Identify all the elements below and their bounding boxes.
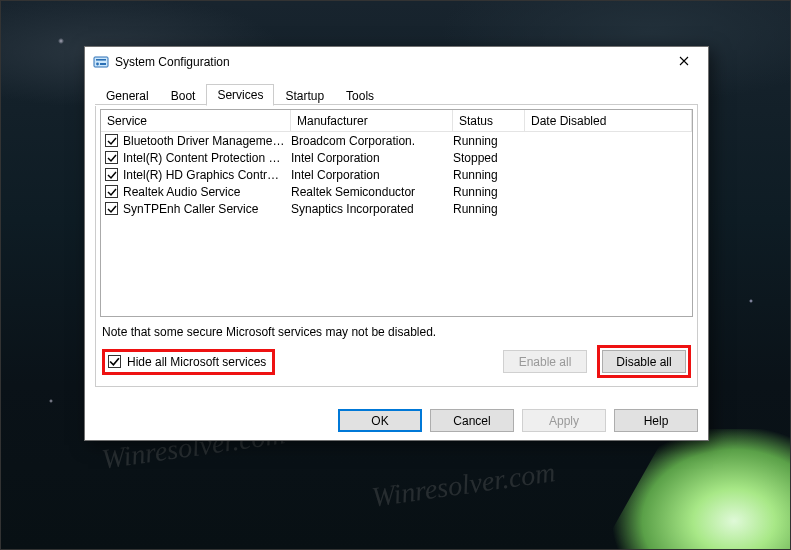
cell-manufacturer: Intel Corporation <box>291 151 453 165</box>
cell-manufacturer: Intel Corporation <box>291 168 453 182</box>
cell-service: SynTPEnh Caller Service <box>123 202 291 216</box>
tab-boot[interactable]: Boot <box>160 85 207 106</box>
listview-body: Bluetooth Driver Management S...Broadcom… <box>101 132 692 217</box>
services-panel: Service Manufacturer Status Date Disable… <box>95 104 698 387</box>
check-icon <box>107 136 117 146</box>
apply-button[interactable]: Apply <box>522 409 606 432</box>
listview-header: Service Manufacturer Status Date Disable… <box>101 110 692 132</box>
check-icon <box>109 356 120 367</box>
cell-service: Intel(R) Content Protection HEC... <box>123 151 291 165</box>
hide-microsoft-label: Hide all Microsoft services <box>127 355 266 369</box>
cancel-button[interactable]: Cancel <box>430 409 514 432</box>
cell-status: Running <box>453 185 525 199</box>
check-icon <box>107 170 117 180</box>
check-icon <box>107 153 117 163</box>
tabstrip: General Boot Services Startup Tools <box>95 83 698 105</box>
desktop-background-tent <box>590 429 790 549</box>
cell-service: Bluetooth Driver Management S... <box>123 134 291 148</box>
check-icon <box>107 187 117 197</box>
tab-services[interactable]: Services <box>206 84 274 106</box>
svg-rect-3 <box>100 63 106 65</box>
table-row[interactable]: Intel(R) HD Graphics Control Pa...Intel … <box>101 166 692 183</box>
enable-all-button[interactable]: Enable all <box>503 350 587 373</box>
tab-startup[interactable]: Startup <box>274 85 335 106</box>
row-checkbox[interactable] <box>105 185 118 198</box>
column-manufacturer[interactable]: Manufacturer <box>291 110 453 131</box>
tab-general[interactable]: General <box>95 85 160 106</box>
svg-rect-0 <box>94 57 108 67</box>
close-button[interactable] <box>662 48 706 76</box>
disable-all-button[interactable]: Disable all <box>602 350 686 373</box>
ok-button[interactable]: OK <box>338 409 422 432</box>
msconfig-icon <box>93 54 109 70</box>
cell-manufacturer: Realtek Semiconductor <box>291 185 453 199</box>
system-configuration-dialog: System Configuration General Boot Servic… <box>84 46 709 441</box>
column-service[interactable]: Service <box>101 110 291 131</box>
column-date-disabled[interactable]: Date Disabled <box>525 110 692 131</box>
cell-manufacturer: Synaptics Incorporated <box>291 202 453 216</box>
table-row[interactable]: SynTPEnh Caller ServiceSynaptics Incorpo… <box>101 200 692 217</box>
cell-status: Stopped <box>453 151 525 165</box>
table-row[interactable]: Bluetooth Driver Management S...Broadcom… <box>101 132 692 149</box>
close-icon <box>679 55 689 69</box>
row-checkbox[interactable] <box>105 202 118 215</box>
column-status[interactable]: Status <box>453 110 525 131</box>
dialog-title: System Configuration <box>115 55 662 69</box>
disable-all-highlight: Disable all <box>597 345 691 378</box>
svg-rect-1 <box>96 59 106 61</box>
services-listview[interactable]: Service Manufacturer Status Date Disable… <box>100 109 693 317</box>
check-icon <box>107 204 117 214</box>
cell-status: Running <box>453 202 525 216</box>
table-row[interactable]: Realtek Audio ServiceRealtek Semiconduct… <box>101 183 692 200</box>
row-checkbox[interactable] <box>105 168 118 181</box>
hide-microsoft-checkbox[interactable] <box>108 355 121 368</box>
row-checkbox[interactable] <box>105 151 118 164</box>
cell-service: Intel(R) HD Graphics Control Pa... <box>123 168 291 182</box>
table-row[interactable]: Intel(R) Content Protection HEC...Intel … <box>101 149 692 166</box>
cell-status: Running <box>453 168 525 182</box>
cell-service: Realtek Audio Service <box>123 185 291 199</box>
svg-point-2 <box>96 63 99 66</box>
row-checkbox[interactable] <box>105 134 118 147</box>
dialog-footer: OK Cancel Apply Help <box>85 399 708 440</box>
hide-microsoft-highlight: Hide all Microsoft services <box>102 349 275 375</box>
cell-status: Running <box>453 134 525 148</box>
titlebar[interactable]: System Configuration <box>85 47 708 77</box>
cell-manufacturer: Broadcom Corporation. <box>291 134 453 148</box>
help-button[interactable]: Help <box>614 409 698 432</box>
tab-tools[interactable]: Tools <box>335 85 385 106</box>
secure-services-note: Note that some secure Microsoft services… <box>102 325 691 339</box>
